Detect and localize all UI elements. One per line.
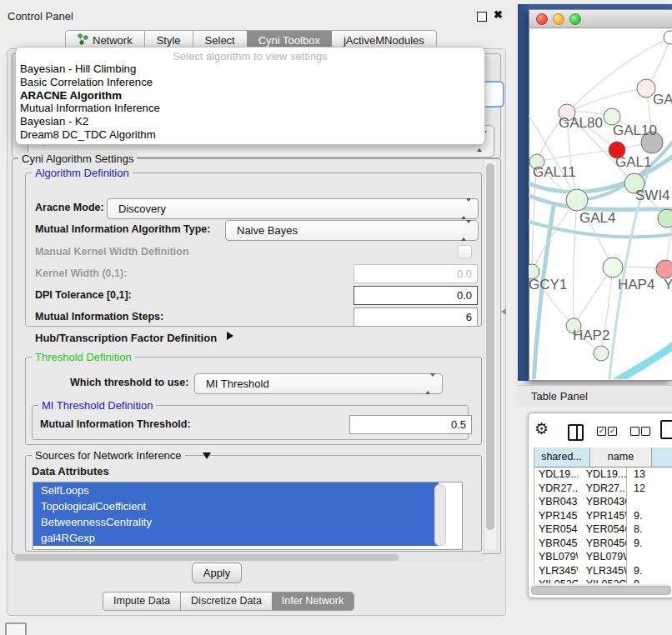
kernel-width-field[interactable]: 0.0: [354, 264, 478, 283]
unchecked-box-icon[interactable]: [630, 427, 639, 436]
table-row[interactable]: YDR27...YDR27...12: [534, 482, 672, 496]
node-label-gal1: GAL1: [615, 154, 651, 170]
close-traffic-icon[interactable]: [536, 13, 548, 25]
list-scrollbar[interactable]: [434, 484, 446, 546]
columns-icon[interactable]: [568, 424, 584, 441]
tab-label: Network: [93, 34, 133, 47]
zoom-traffic-icon[interactable]: [569, 13, 581, 25]
node-label-y: Y: [664, 277, 672, 292]
minimize-traffic-icon[interactable]: [553, 13, 564, 25]
table-cell: [626, 495, 672, 509]
table-cell: 9.: [626, 509, 672, 523]
table-hscrollbar[interactable]: [529, 584, 672, 594]
node-label-gal: GAL: [653, 92, 672, 108]
manual-kernel-label: Manual Kernel Width Definition: [35, 246, 189, 258]
network-node[interactable]: [566, 189, 588, 211]
network-edge: [574, 200, 578, 326]
table-row[interactable]: YBR045CYBR045C9.: [534, 537, 672, 551]
table-cell: YDL19...: [534, 468, 578, 482]
column-header-name[interactable]: name: [590, 448, 652, 468]
table-row[interactable]: YER054CYER054C8.: [534, 522, 672, 537]
data-attributes-list[interactable]: SelfLoopsTopologicalCoefficientBetweenne…: [33, 482, 463, 550]
table-row[interactable]: YPR145WYPR145W9.: [534, 509, 672, 523]
network-node[interactable]: [664, 31, 672, 44]
mi-steps-field[interactable]: 6: [354, 308, 478, 327]
close-icon[interactable]: ✖: [494, 8, 503, 21]
node-label-swi4: SWI4: [635, 188, 670, 203]
dropdown-prompt: Select algorithm to view settings: [16, 50, 484, 62]
apply-button[interactable]: Apply: [192, 562, 242, 583]
table-cell: YLR345W: [578, 564, 626, 578]
hscroll-thumb[interactable]: [15, 554, 399, 561]
vscroll-thumb[interactable]: [486, 163, 494, 530]
tab-discretize-data[interactable]: Discretize Data: [180, 592, 272, 610]
tab-label: Style: [157, 34, 181, 47]
column-header-a[interactable]: A: [652, 448, 672, 468]
attribute-item-selfloops[interactable]: SelfLoops: [33, 482, 439, 498]
tab-impute-data[interactable]: Impute Data: [103, 592, 180, 610]
which-threshold-label: Which threshold to use:: [70, 377, 188, 388]
float-window-icon[interactable]: [477, 12, 487, 22]
mi-type-combo[interactable]: Naive Bayes: [225, 220, 479, 241]
attribute-item-gal4rgexp[interactable]: gal4RGexp: [33, 530, 439, 546]
algorithm-option-bayesian-hill-climbing[interactable]: Bayesian - Hill Climbing: [20, 62, 480, 76]
unchecked-box-icon[interactable]: [641, 427, 650, 436]
expand-arrow-icon[interactable]: [227, 332, 233, 340]
gear-icon[interactable]: ⚙: [534, 421, 549, 437]
network-edge: [567, 88, 646, 112]
sources-title[interactable]: Sources for Network Inference: [32, 449, 185, 462]
attribute-item-betweennesscentrality[interactable]: BetweennessCentrality: [33, 514, 439, 530]
network-node[interactable]: [656, 260, 672, 278]
table-cell: YIL052C: [534, 578, 578, 583]
dpi-tolerance-field[interactable]: 0.0: [354, 286, 478, 305]
network-window-titlebar[interactable]: [529, 10, 672, 28]
network-node[interactable]: [594, 346, 609, 361]
algorithm-option-dream8-dc-tdc-algorithm[interactable]: Dream8 DC_TDC Algorithm: [20, 128, 480, 142]
stepper-icon: [461, 223, 471, 238]
settings-hscrollbar[interactable]: [13, 552, 484, 562]
aracne-mode-combo[interactable]: Discovery: [107, 198, 479, 219]
control-panel-title: Control Panel: [8, 10, 73, 22]
checked-box-icon[interactable]: ✓: [608, 427, 617, 436]
collapsed-panel-icon[interactable]: [5, 622, 27, 635]
which-threshold-combo[interactable]: MI Threshold: [194, 373, 443, 394]
stepper-icon: [425, 377, 435, 392]
table-row[interactable]: YDL19...YDL19...13: [534, 468, 672, 482]
table-cell: YER054C: [578, 522, 626, 537]
node-label-hap4: HAP4: [618, 277, 654, 292]
algorithm-option-bayesian-k2[interactable]: Bayesian - K2: [20, 115, 480, 128]
document-icon[interactable]: [660, 420, 672, 439]
table-hscroll-thumb[interactable]: [531, 586, 671, 595]
tab-infer-network[interactable]: Infer Network: [272, 592, 354, 610]
checked-box-icon[interactable]: ✓: [597, 427, 606, 436]
node-label-gal11: GAL11: [533, 164, 576, 180]
table-cell: YBL079W: [578, 550, 626, 564]
table-row[interactable]: YLR345WYLR345W9.: [534, 564, 672, 578]
table-row[interactable]: YBR043CYBR043C: [534, 495, 672, 509]
collapse-arrow-icon[interactable]: [203, 452, 211, 459]
algorithm-option-aracne-algorithm[interactable]: ARACNE Algorithm: [20, 89, 480, 102]
attribute-item-topologicalcoefficient[interactable]: TopologicalCoefficient: [33, 498, 439, 514]
algorithm-option-mutual-information-inference[interactable]: Mutual Information Inference: [20, 102, 480, 115]
threshold-definition-title: Threshold Definition: [32, 351, 135, 363]
algorithm-definition-title: Algorithm Definition: [32, 167, 133, 179]
table-cell: 9.: [626, 564, 672, 578]
network-node[interactable]: [658, 209, 672, 228]
node-label-gal10: GAL10: [613, 122, 657, 138]
mi-threshold-field[interactable]: 0.5: [349, 415, 472, 434]
table-row[interactable]: YIL052CYIL052C9.: [534, 578, 672, 583]
table-cell: 8.: [626, 522, 672, 537]
network-canvas[interactable]: GALGAL80GAL10GAL1GAL11GAL4SWI4GCY1HAP4YH…: [529, 27, 672, 379]
splitpane-handle-icon[interactable]: [501, 308, 506, 315]
hub-definition-label[interactable]: Hub/Transcription Factor Definition: [35, 332, 217, 344]
manual-kernel-checkbox[interactable]: [458, 245, 472, 259]
table-cell: 12: [626, 482, 672, 496]
tab-label: jActiveMNodules: [344, 34, 424, 47]
table-left-border: [534, 448, 534, 583]
algorithm-option-basic-correlation-inference[interactable]: Basic Correlation Inference: [20, 76, 480, 89]
table-header-row: shared...nameA: [534, 448, 672, 468]
settings-vscrollbar[interactable]: [484, 160, 496, 549]
table-row[interactable]: YBL079WYBL079W: [534, 550, 672, 564]
column-header-shared[interactable]: shared...: [534, 448, 590, 468]
network-node[interactable]: [603, 258, 623, 278]
